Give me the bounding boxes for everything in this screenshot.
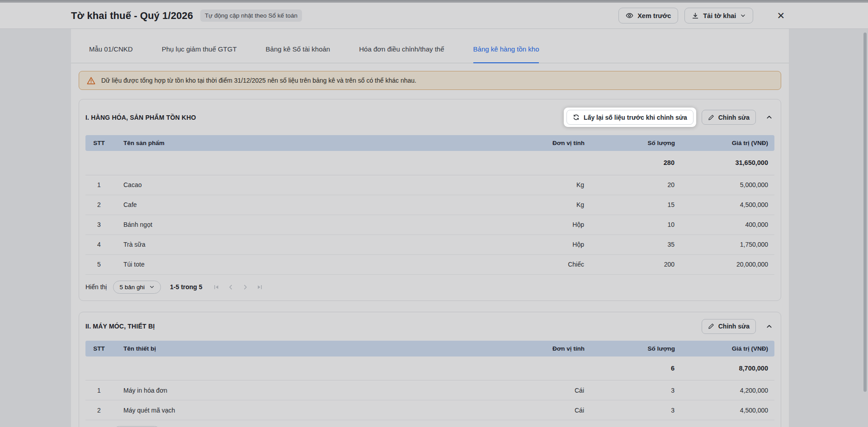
warning-icon xyxy=(87,76,95,85)
row-value: 5,000,000 xyxy=(675,175,774,195)
vertical-scrollbar[interactable] xyxy=(863,33,867,392)
pager-controls xyxy=(213,284,263,290)
chevron-down-icon xyxy=(740,13,746,19)
column-header-stt: STT xyxy=(85,341,113,357)
machines-total-value: 8,700,000 xyxy=(675,357,774,380)
page-size-value: 5 bản ghi xyxy=(119,284,145,291)
row-quantity: 15 xyxy=(585,195,675,215)
restore-data-button-label: Lấy lại số liệu trước khi chỉnh sửa xyxy=(584,114,687,121)
row-value: 400,000 xyxy=(675,215,774,235)
row-unit: Hộp xyxy=(476,235,585,254)
row-value: 4,500,000 xyxy=(675,195,774,215)
row-unit: Cái xyxy=(476,380,585,400)
edit-pencil-icon xyxy=(708,323,714,329)
tab-hoa-don-dieu-chinh[interactable]: Hóa đơn điều chỉnh/thay thế xyxy=(359,45,444,63)
page-size-select[interactable]: 5 bản ghi xyxy=(113,281,161,294)
tab-mau-01-cnkd[interactable]: Mẫu 01/CNKD xyxy=(89,45,133,63)
table-row: 3Bánh ngọtHộp10400,000 xyxy=(85,215,774,235)
row-stt: 3 xyxy=(85,215,113,235)
tab-bang-ke-hang-ton-kho[interactable]: Bảng kê hàng tồn kho xyxy=(473,45,539,63)
column-header-product-name: Tên sản phẩm xyxy=(113,135,476,151)
row-quantity: 10 xyxy=(585,215,675,235)
goods-table-header-row: STT Tên sản phẩm Đơn vị tính Số lượng Gi… xyxy=(85,135,774,151)
table-row: 2Máy quét mã vạchCái34,500,000 xyxy=(85,400,774,420)
row-stt: 2 xyxy=(85,195,113,215)
header-actions: Xem trước Tải tờ khai ✕ xyxy=(618,8,788,23)
row-quantity: 3 xyxy=(585,400,675,420)
row-name: Máy quét mã vạch xyxy=(113,400,476,420)
row-unit: Kg xyxy=(476,195,585,215)
auto-update-badge: Tự động cập nhật theo Sổ kế toán xyxy=(200,9,302,22)
download-declaration-button[interactable]: Tải tờ khai xyxy=(684,8,753,23)
section-machines-actions: Chỉnh sửa xyxy=(702,319,774,334)
column-header-unit: Đơn vị tính xyxy=(476,135,585,151)
section-goods-actions: Lấy lại số liệu trước khi chỉnh sửa Chỉn… xyxy=(564,108,774,127)
edit-machines-button[interactable]: Chỉnh sửa xyxy=(702,319,756,334)
machines-table-header-row: STT Tên thiết bị Đơn vị tính Số lượng Gi… xyxy=(85,341,774,357)
table-row: 1CacaoKg205,000,000 xyxy=(85,175,774,195)
declaration-card: Mẫu 01/CNKD Phụ lục giảm thuế GTGT Bảng … xyxy=(71,29,789,427)
machines-total-quantity: 6 xyxy=(585,357,675,380)
row-unit: Kg xyxy=(476,175,585,195)
refresh-icon xyxy=(573,114,580,121)
preview-button-label: Xem trước xyxy=(637,12,671,19)
goods-total-row: 280 31,650,000 xyxy=(85,151,774,175)
page-prev-icon[interactable] xyxy=(228,284,234,290)
page-last-icon[interactable] xyxy=(257,284,263,290)
row-value: 4,500,000 xyxy=(675,400,774,420)
machines-total-row: 6 8,700,000 xyxy=(85,357,774,380)
row-stt: 4 xyxy=(85,235,113,254)
modal-header: Tờ khai thuế - Quý 1/2026 Tự động cập nh… xyxy=(0,3,868,29)
edit-goods-button[interactable]: Chỉnh sửa xyxy=(702,110,756,125)
section-goods-header: I. HÀNG HÓA, SẢN PHẨM TỒN KHO Lấy lại số… xyxy=(79,99,781,135)
table-row: 5Túi toteChiếc20020,000,000 xyxy=(85,254,774,274)
column-header-device-name: Tên thiết bị xyxy=(113,341,476,357)
row-quantity: 20 xyxy=(585,175,675,195)
row-unit: Chiếc xyxy=(476,254,585,274)
preview-button[interactable]: Xem trước xyxy=(618,8,678,23)
table-row: 1Máy in hóa đơnCái34,200,000 xyxy=(85,380,774,400)
column-header-quantity: Số lượng xyxy=(585,135,675,151)
machines-pagination: Hiển thị 5 bản ghi 1-2 trong 2 xyxy=(79,420,781,427)
row-unit: Hộp xyxy=(476,215,585,235)
row-quantity: 3 xyxy=(585,380,675,400)
page-next-icon[interactable] xyxy=(242,284,248,290)
section-goods-title: I. HÀNG HÓA, SẢN PHẨM TỒN KHO xyxy=(85,114,196,121)
table-row: 4Trà sữaHộp351,750,000 xyxy=(85,235,774,254)
column-header-value: Giá trị (VNĐ) xyxy=(675,341,774,357)
column-header-unit: Đơn vị tính xyxy=(476,341,585,357)
row-name: Túi tote xyxy=(113,254,476,274)
row-quantity: 35 xyxy=(585,235,675,254)
section-machines-title: II. MÁY MÓC, THIẾT BỊ xyxy=(85,323,155,330)
section-machines-equipment: II. MÁY MÓC, THIẾT BỊ Chỉnh sửa xyxy=(79,312,781,427)
row-value: 20,000,000 xyxy=(675,254,774,274)
row-stt: 1 xyxy=(85,175,113,195)
row-stt: 1 xyxy=(85,380,113,400)
section-goods-inventory: I. HÀNG HÓA, SẢN PHẨM TỒN KHO Lấy lại số… xyxy=(79,99,781,301)
download-button-label: Tải tờ khai xyxy=(703,12,736,19)
page-first-icon[interactable] xyxy=(213,284,219,290)
row-unit: Cái xyxy=(476,400,585,420)
row-quantity: 200 xyxy=(585,254,675,274)
dropdown-chevron-icon xyxy=(149,284,155,290)
page-size-label: Hiển thị xyxy=(85,283,107,291)
row-name: Cacao xyxy=(113,175,476,195)
row-name: Bánh ngọt xyxy=(113,215,476,235)
restore-data-button[interactable]: Lấy lại số liệu trước khi chỉnh sửa xyxy=(566,110,693,125)
eye-icon xyxy=(626,12,633,19)
close-icon[interactable]: ✕ xyxy=(774,10,788,21)
row-stt: 5 xyxy=(85,254,113,274)
spotlight-highlight: Lấy lại số liệu trước khi chỉnh sửa xyxy=(564,108,696,127)
page-title: Tờ khai thuế - Quý 1/2026 xyxy=(71,10,193,22)
edit-goods-button-label: Chỉnh sửa xyxy=(718,114,750,121)
collapse-machines-chevron-icon[interactable] xyxy=(764,321,774,332)
tab-phu-luc-giam-thue[interactable]: Phụ lục giảm thuế GTGT xyxy=(162,45,237,63)
tab-bar: Mẫu 01/CNKD Phụ lục giảm thuế GTGT Bảng … xyxy=(71,29,789,63)
collapse-goods-chevron-icon[interactable] xyxy=(764,112,774,122)
goods-table: STT Tên sản phẩm Đơn vị tính Số lượng Gi… xyxy=(85,135,774,275)
tab-bang-ke-so-tai-khoan[interactable]: Bảng kê Số tài khoản xyxy=(266,45,330,63)
row-name: Cafe xyxy=(113,195,476,215)
goods-pagination: Hiển thị 5 bản ghi 1-5 trong 5 xyxy=(79,275,781,300)
column-header-quantity: Số lượng xyxy=(585,341,675,357)
edit-machines-button-label: Chỉnh sửa xyxy=(718,323,750,330)
